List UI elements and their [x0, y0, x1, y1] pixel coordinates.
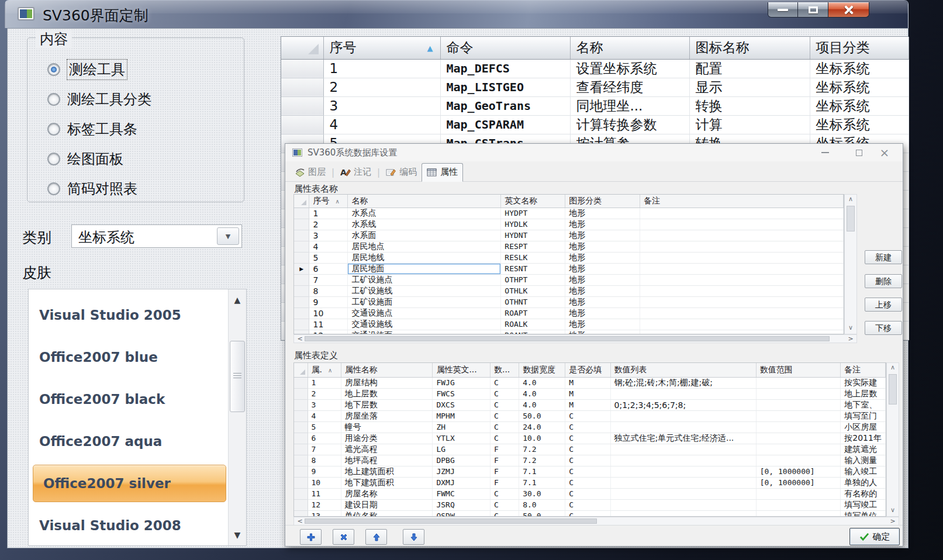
row-header[interactable]	[294, 330, 309, 334]
skin-list-item[interactable]: Office2007 aqua	[29, 420, 227, 462]
table-cell[interactable]: 0;1;2;3;4;5;6;7;8;	[610, 399, 756, 410]
table-cell[interactable]: 4.0	[519, 399, 565, 410]
table-cell[interactable]: C	[565, 433, 610, 444]
table-cell[interactable]	[756, 455, 841, 466]
table-cell[interactable]: 12	[309, 330, 348, 334]
table-cell[interactable]: JZMJ	[433, 466, 491, 477]
table-cell[interactable]: 2	[323, 78, 440, 96]
table-cell[interactable]: C	[490, 399, 519, 410]
table-cell[interactable]	[756, 499, 841, 510]
table-cell[interactable]: 交通设施线	[348, 319, 501, 330]
select-all-corner[interactable]	[281, 37, 323, 59]
table-cell[interactable]: DXCS	[433, 399, 491, 410]
column-header[interactable]: 是否必填	[565, 363, 610, 377]
table-cell[interactable]: 幢号	[341, 421, 433, 433]
table-cell[interactable]: 地形	[565, 307, 640, 319]
table-cell[interactable]: 地上层数	[841, 388, 886, 399]
table-cell[interactable]: 地形	[565, 241, 640, 252]
table-cell[interactable]: 输入竣工	[841, 466, 886, 477]
table-cell[interactable]: C	[565, 499, 610, 510]
table-cell[interactable]: Map_DEFCS	[440, 59, 570, 78]
table-cell[interactable]	[610, 410, 756, 421]
table-cell[interactable]: HYDLK	[501, 219, 565, 230]
radio-button[interactable]	[47, 182, 60, 195]
scrollbar-thumb[interactable]	[230, 341, 245, 412]
table-cell[interactable]: C	[565, 488, 610, 499]
table-cell[interactable]: 9	[308, 466, 341, 477]
table-cell[interactable]: 地形	[565, 296, 640, 307]
table-cell[interactable]: C	[490, 421, 519, 433]
tab-encoding[interactable]: 编码	[381, 164, 422, 181]
column-header[interactable]: 备注	[640, 195, 844, 208]
table-cell[interactable]: 工矿设施线	[348, 285, 501, 296]
table-cell[interactable]	[640, 263, 844, 274]
column-header[interactable]: 图形分类	[565, 195, 640, 208]
table-cell[interactable]: 11	[309, 319, 348, 330]
row-header[interactable]	[294, 219, 309, 230]
table-cell[interactable]: 地上建筑面积	[341, 466, 433, 477]
attr-names-vscrollbar[interactable]: ∧ ∨	[844, 194, 857, 334]
radio-button[interactable]	[47, 153, 60, 165]
row-header[interactable]	[281, 78, 323, 96]
table-cell[interactable]	[756, 433, 841, 444]
radio-button[interactable]	[47, 63, 60, 76]
table-cell[interactable]: C	[565, 477, 610, 488]
table-cell[interactable]: 查看经纬度	[570, 78, 689, 96]
table-cell[interactable]: 6	[309, 263, 348, 274]
table-cell[interactable]: 水系线	[348, 219, 501, 230]
table-cell[interactable]: 24.0	[519, 421, 565, 433]
table-cell[interactable]	[610, 466, 756, 477]
table-cell[interactable]: 工矿设施面	[348, 296, 501, 307]
row-header[interactable]	[294, 444, 308, 455]
table-cell[interactable]: 房屋坐落	[341, 410, 433, 421]
table-cell[interactable]: C	[565, 455, 610, 466]
table-cell[interactable]: Map_CSPARAM	[440, 115, 570, 134]
row-header[interactable]	[294, 208, 309, 219]
row-header[interactable]	[294, 499, 308, 510]
radio-button[interactable]	[47, 123, 60, 136]
table-cell[interactable]: 钢;砼;混;砖;木;简;棚;建;破;	[610, 377, 756, 388]
table-cell[interactable]: 居民地线	[348, 252, 501, 263]
radio-option[interactable]: 绘图面板	[47, 148, 123, 170]
dialog-close-button[interactable]: ×	[876, 146, 893, 159]
table-cell[interactable]: Map_GeoTrans	[440, 96, 570, 115]
table-cell[interactable]: 居民地点	[348, 241, 501, 252]
column-header[interactable]: 命令	[440, 37, 570, 59]
select-all-corner[interactable]	[294, 195, 309, 208]
table-cell[interactable]: 11	[308, 488, 341, 499]
row-header[interactable]	[294, 510, 308, 517]
table-cell[interactable]: 填写至门	[841, 410, 886, 421]
table-cell[interactable]: 3	[323, 96, 440, 115]
table-cell[interactable]: F	[490, 444, 519, 455]
radio-option[interactable]: 测绘工具	[47, 59, 127, 80]
move-down-button[interactable]: 下移	[865, 321, 902, 335]
column-header[interactable]: 英文名称	[501, 195, 565, 208]
row-header[interactable]	[294, 488, 308, 499]
table-cell[interactable]: 用途分类	[341, 433, 433, 444]
table-cell[interactable]	[640, 230, 844, 241]
table-cell[interactable]	[640, 241, 844, 252]
table-cell[interactable]	[756, 444, 841, 455]
delete-button[interactable]: 删除	[865, 274, 902, 288]
scrollbar-thumb[interactable]	[889, 374, 897, 405]
table-cell[interactable]: Map_LISTGEO	[440, 78, 570, 96]
row-header[interactable]	[294, 230, 309, 241]
table-cell[interactable]: C	[565, 410, 610, 421]
scrollbar-thumb[interactable]	[305, 336, 830, 341]
table-cell[interactable]: 50.0	[519, 410, 565, 421]
scroll-down-button[interactable]: ▼	[229, 524, 246, 545]
table-cell[interactable]	[610, 488, 756, 499]
table-cell[interactable]	[756, 421, 841, 433]
radio-button[interactable]	[47, 93, 60, 106]
attr-names-hscrollbar[interactable]: < >	[293, 334, 857, 343]
table-cell[interactable]	[640, 307, 844, 319]
table-cell[interactable]: 按2011年	[841, 433, 886, 444]
table-cell[interactable]: MPHM	[433, 410, 491, 421]
table-cell[interactable]: 地下层数	[341, 399, 433, 410]
radio-option[interactable]: 测绘工具分类	[47, 89, 151, 110]
row-header[interactable]	[294, 399, 308, 410]
table-cell[interactable]: 地形	[565, 263, 640, 274]
row-header[interactable]	[294, 455, 308, 466]
ok-button[interactable]: 确定	[849, 528, 900, 545]
scroll-left-icon[interactable]: <	[295, 517, 305, 525]
